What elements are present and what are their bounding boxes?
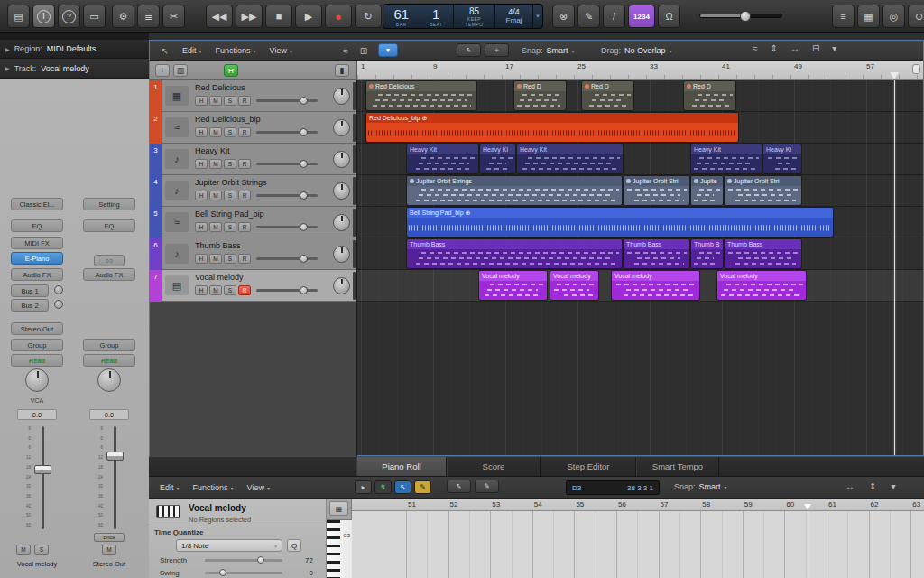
region[interactable]: Heavy Kit bbox=[517, 144, 623, 173]
left-click-tool-selector[interactable]: ↖▾ bbox=[447, 480, 471, 493]
track-s-button[interactable]: S bbox=[224, 127, 236, 137]
region[interactable]: Bell String Pad_bip⊕ bbox=[407, 208, 833, 237]
track-h-button[interactable]: H bbox=[195, 285, 208, 295]
region[interactable]: Vocal melody bbox=[717, 271, 806, 300]
track-h-button[interactable]: H bbox=[195, 254, 208, 264]
list-editors-icon[interactable]: ≡ bbox=[832, 5, 855, 28]
region[interactable]: Red D bbox=[684, 81, 735, 110]
left-click-tool-selector[interactable]: ↖▾ bbox=[457, 43, 481, 57]
track-volume-slider[interactable] bbox=[256, 194, 318, 197]
piano-roll-grid[interactable]: 51525354555657585960616263 bbox=[352, 499, 924, 578]
tab-step-editor[interactable]: Step Editor bbox=[541, 457, 636, 476]
region[interactable]: Vocal melody bbox=[479, 271, 547, 300]
editor-menu-functions[interactable]: Functions▾ bbox=[193, 481, 234, 494]
track-m-button[interactable]: M bbox=[209, 285, 222, 295]
group-slot-button[interactable]: Group bbox=[83, 339, 135, 351]
slider-thumb[interactable] bbox=[300, 97, 308, 105]
metronome-button[interactable]: Ω bbox=[658, 5, 680, 28]
editor-menu-view[interactable]: View▾ bbox=[247, 481, 270, 494]
region[interactable]: Thumb Bass bbox=[624, 239, 689, 268]
track-header-3[interactable]: 3♪Heavy KitHMSR bbox=[150, 144, 357, 175]
drag-selector[interactable]: Drag: No Overlap▾ bbox=[601, 46, 672, 55]
editor-menu-edit[interactable]: Edit▾ bbox=[160, 481, 180, 494]
library-icon[interactable]: ▤ bbox=[7, 5, 30, 28]
stop-button[interactable]: ■ bbox=[265, 5, 292, 28]
slider-thumb[interactable] bbox=[300, 286, 308, 294]
track-pan-knob[interactable] bbox=[333, 214, 350, 231]
toolbar-toggle-icon[interactable]: ▦ bbox=[857, 5, 880, 28]
region[interactable]: Jupiter Orbit Stri bbox=[624, 176, 689, 205]
track-volume-slider[interactable] bbox=[256, 257, 318, 260]
automation-mode-button[interactable]: Read bbox=[83, 354, 135, 367]
collapse-icon[interactable]: ⊟ bbox=[812, 43, 819, 53]
track-volume-slider[interactable] bbox=[256, 131, 318, 134]
slash-icon[interactable]: / bbox=[603, 5, 625, 28]
forward-button[interactable]: ▶▶ bbox=[236, 5, 263, 28]
command-click-tool-selector[interactable]: ✎▾ bbox=[475, 480, 499, 493]
track-pan-knob[interactable] bbox=[333, 182, 350, 200]
midi-in-button[interactable]: ↯ bbox=[374, 480, 392, 494]
track-m-button[interactable]: M bbox=[209, 191, 222, 200]
slider-thumb[interactable] bbox=[300, 255, 308, 263]
disclosure-triangle-icon[interactable]: ▶ bbox=[5, 65, 10, 71]
volume-value[interactable]: 0.0 bbox=[17, 409, 57, 420]
region[interactable]: Heavy Kit bbox=[691, 144, 762, 173]
track-r-button[interactable]: R bbox=[238, 254, 251, 264]
region-inspector-header[interactable]: ▶ Region: MIDI Defaults bbox=[0, 40, 149, 59]
lcd-display[interactable]: 61 BAR 1 BEAT 85 KEEP TEMPO 4/4 Fmaj ▼ bbox=[383, 4, 543, 29]
editor-bar-ruler[interactable]: 51525354555657585960616263 bbox=[352, 499, 924, 511]
tab-smart-tempo[interactable]: Smart Tempo bbox=[636, 457, 719, 476]
meter-bridge-icon[interactable]: ▮ bbox=[335, 64, 349, 77]
command-click-tool-selector[interactable]: +▾ bbox=[485, 43, 509, 57]
region[interactable]: Thumb Bass bbox=[407, 239, 622, 268]
track-s-button[interactable]: S bbox=[224, 254, 236, 264]
track-r-button[interactable]: R bbox=[238, 285, 251, 295]
crossfade-icon[interactable]: ≈ bbox=[337, 43, 354, 58]
send-slot-2[interactable]: Bus 2 bbox=[11, 299, 49, 312]
quantize-apply-button[interactable]: Q bbox=[287, 539, 301, 552]
vertical-zoom-icon[interactable]: ⇕ bbox=[869, 481, 876, 491]
bounce-button[interactable]: Bnce bbox=[94, 533, 125, 542]
pointer-tool-icon[interactable]: ↖ bbox=[157, 43, 173, 58]
track-header-7[interactable]: 7▤Vocal melodyHMSR bbox=[150, 270, 357, 302]
track-groups-icon[interactable]: ▥ bbox=[173, 64, 188, 77]
track-h-button[interactable]: H bbox=[195, 159, 208, 169]
horizontal-zoom-icon[interactable]: ↔ bbox=[790, 43, 799, 53]
playhead[interactable] bbox=[894, 80, 895, 455]
track-volume-slider[interactable] bbox=[256, 226, 318, 228]
playhead-marker-icon[interactable] bbox=[890, 72, 899, 79]
track-volume-slider[interactable] bbox=[256, 289, 318, 292]
pan-knob[interactable] bbox=[25, 368, 49, 392]
track-header-6[interactable]: 6♪Thumb BassHMSR bbox=[150, 238, 357, 270]
track-s-button[interactable]: S bbox=[224, 222, 236, 232]
marquee-icon[interactable]: ⊞ bbox=[356, 43, 372, 58]
slider-thumb[interactable] bbox=[300, 160, 308, 168]
more-icon[interactable]: ▾ bbox=[891, 481, 895, 491]
catch-playhead-button[interactable]: ▾ bbox=[378, 43, 398, 57]
tab-score[interactable]: Score bbox=[447, 457, 541, 476]
track-header-2[interactable]: 2≈Red Delicious_bipHMSR bbox=[150, 112, 357, 144]
track-h-button[interactable]: H bbox=[195, 96, 208, 106]
rewind-button[interactable]: ◀◀ bbox=[206, 5, 233, 28]
track-m-button[interactable]: M bbox=[209, 222, 222, 232]
region[interactable]: Red D bbox=[514, 81, 566, 110]
pointer-tool-button[interactable]: ↖ bbox=[394, 480, 411, 494]
track-pan-knob[interactable] bbox=[333, 151, 350, 168]
region[interactable]: Heavy Kit bbox=[407, 144, 478, 173]
slider-thumb[interactable] bbox=[300, 191, 308, 200]
play-button[interactable]: ▶ bbox=[295, 5, 322, 28]
track-s-button[interactable]: S bbox=[224, 191, 236, 200]
track-r-button[interactable]: R bbox=[238, 222, 251, 232]
region[interactable]: Jupite bbox=[691, 176, 723, 205]
strength-thumb[interactable] bbox=[257, 556, 264, 564]
snap-selector[interactable]: Snap: Smart▾ bbox=[674, 482, 727, 491]
region[interactable]: Heavy Ki bbox=[763, 144, 801, 173]
track-header-4[interactable]: 4♪Jupiter Orbit StringsHMSR bbox=[150, 175, 357, 207]
send-knob[interactable] bbox=[54, 285, 63, 294]
track-volume-slider[interactable] bbox=[256, 99, 318, 102]
track-s-button[interactable]: S bbox=[224, 96, 236, 106]
vertical-zoom-icon[interactable]: ⇕ bbox=[771, 43, 778, 53]
region[interactable]: Vocal melody bbox=[550, 271, 598, 300]
track-pan-knob[interactable] bbox=[333, 88, 350, 105]
region[interactable]: Jupiter Orbit Stri bbox=[725, 176, 801, 205]
